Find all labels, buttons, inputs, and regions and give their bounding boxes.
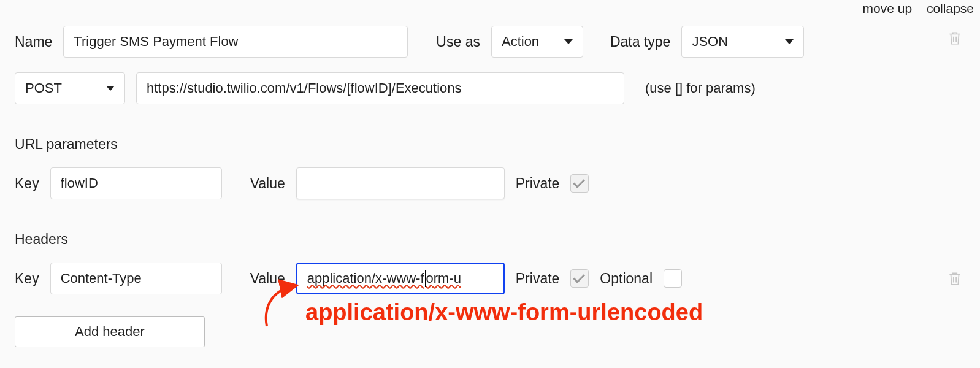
data-type-select[interactable]: JSON <box>681 26 804 58</box>
checkmark-icon <box>573 176 586 188</box>
header-optional-label: Optional <box>600 270 653 287</box>
param-key-input[interactable]: flowID <box>50 167 222 199</box>
delete-api-icon[interactable] <box>947 29 963 47</box>
url-input[interactable]: https://studio.twilio.com/v1/Flows/[flow… <box>136 72 624 104</box>
checkmark-icon <box>573 271 586 283</box>
use-as-label: Use as <box>436 34 480 50</box>
header-optional-checkbox[interactable] <box>664 269 682 288</box>
name-label: Name <box>15 34 52 50</box>
header-key-label: Key <box>15 270 39 287</box>
use-as-select[interactable]: Action <box>491 26 583 58</box>
header-value-label: Value <box>250 270 285 287</box>
param-private-checkbox[interactable] <box>570 174 589 193</box>
name-input[interactable]: Trigger SMS Payment Flow <box>63 26 408 58</box>
text-cursor <box>425 270 426 287</box>
add-header-button[interactable]: Add header <box>15 316 205 347</box>
header-private-checkbox[interactable] <box>570 269 589 288</box>
annotation-text: application/x-www-form-urlencoded <box>305 299 703 326</box>
param-private-label: Private <box>516 175 560 192</box>
delete-header-icon[interactable] <box>947 270 963 287</box>
url-parameters-heading: URL parameters <box>15 136 980 153</box>
header-private-label: Private <box>516 270 560 287</box>
header-value-text-a: application/x-www-f <box>307 270 424 286</box>
param-key-label: Key <box>15 175 39 192</box>
move-up-link[interactable]: move up <box>863 1 913 15</box>
header-value-input[interactable]: application/x-www-form-u <box>296 263 505 294</box>
use-as-value: Action <box>502 34 539 50</box>
http-method-value: POST <box>25 80 62 96</box>
param-value-input[interactable] <box>296 167 505 199</box>
caret-down-icon <box>564 39 573 44</box>
headers-heading: Headers <box>15 231 980 248</box>
caret-down-icon <box>785 39 794 44</box>
url-hint: (use [] for params) <box>645 80 756 96</box>
param-value-label: Value <box>250 175 285 192</box>
http-method-select[interactable]: POST <box>15 72 125 104</box>
caret-down-icon <box>106 86 115 91</box>
data-type-value: JSON <box>692 34 728 50</box>
collapse-link[interactable]: collapse <box>927 1 974 15</box>
data-type-label: Data type <box>610 34 670 50</box>
header-key-input[interactable]: Content-Type <box>50 263 222 294</box>
header-value-text-b: orm-u <box>426 270 461 286</box>
